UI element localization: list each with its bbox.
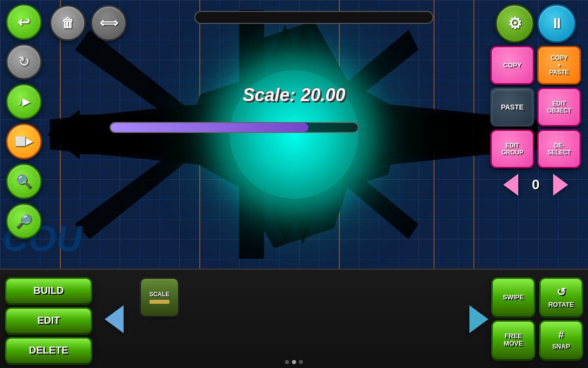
build-button[interactable]: BUILD bbox=[5, 277, 92, 303]
scale-display: Scale: 20.00 bbox=[243, 85, 345, 106]
edit-object-label: EDITOBJECT bbox=[547, 100, 572, 115]
dot-3 bbox=[299, 360, 303, 364]
edit-button[interactable]: EDIT bbox=[5, 307, 92, 333]
zoom-in-icon: 🔍 bbox=[16, 174, 32, 189]
top-toolbar: 🗑 ⟺ bbox=[50, 5, 127, 41]
bottom-nav-left-arrow[interactable] bbox=[105, 305, 124, 333]
bottom-panel: BUILD EDIT DELETE SCALE SWIPE ↺ ROTATE F… bbox=[0, 268, 588, 368]
paste-button[interactable]: PASTE bbox=[490, 88, 534, 126]
music-play-button[interactable]: ♪▶ bbox=[6, 84, 42, 120]
copy-button[interactable]: COPY bbox=[490, 46, 534, 85]
scale-btn-container: SCALE bbox=[140, 277, 179, 317]
bottom-right-buttons: SWIPE ↺ ROTATE FREEMOVE # SNAP bbox=[491, 277, 583, 359]
deselect-button[interactable]: DE-SELECT bbox=[537, 129, 581, 168]
settings-button[interactable]: ⚙ bbox=[495, 4, 534, 43]
trash-button[interactable]: 🗑 bbox=[50, 5, 86, 41]
scale-icon bbox=[149, 300, 169, 304]
rotate-label: ROTATE bbox=[548, 301, 574, 308]
top-progress-bar[interactable] bbox=[194, 11, 434, 24]
bottom-left-buttons: BUILD EDIT DELETE bbox=[5, 277, 92, 363]
copy-label: COPY bbox=[503, 61, 522, 69]
dot-1 bbox=[285, 360, 289, 364]
zoom-out-button[interactable]: 🔎 bbox=[6, 203, 42, 239]
delete-button[interactable]: DELETE bbox=[5, 337, 92, 363]
edit-group-label: EDITGROUP bbox=[501, 142, 523, 156]
zoom-out-icon: 🔎 bbox=[16, 214, 32, 229]
edit-object-button[interactable]: EDITOBJECT bbox=[537, 88, 581, 126]
nav-left-arrow[interactable] bbox=[503, 174, 518, 196]
dot-2 bbox=[292, 360, 296, 364]
scale-btn-label: SCALE bbox=[149, 291, 170, 298]
snap-button[interactable]: # SNAP bbox=[539, 320, 583, 359]
redo-button[interactable]: ↻ bbox=[6, 44, 42, 80]
paste-label: PASTE bbox=[501, 103, 524, 112]
square-play-button[interactable]: ⬜▶ bbox=[6, 123, 42, 159]
nav-number: 0 bbox=[528, 177, 543, 193]
accent-line bbox=[473, 0, 474, 269]
swap-icon: ⟺ bbox=[100, 15, 118, 31]
nav-row: 0 bbox=[503, 174, 568, 196]
group-row: EDITGROUP DE-SELECT bbox=[487, 129, 584, 168]
right-panel: ⚙ ⏸ COPY COPY+PASTE PASTE EDITOBJECT bbox=[483, 0, 588, 269]
pause-button[interactable]: ⏸ bbox=[537, 4, 576, 43]
edit-group-button[interactable]: EDITGROUP bbox=[490, 129, 534, 168]
nav-right-arrow[interactable] bbox=[553, 174, 568, 196]
zoom-in-button[interactable]: 🔍 bbox=[6, 163, 42, 199]
free-move-label: FREEMOVE bbox=[504, 332, 523, 347]
free-move-button[interactable]: FREEMOVE bbox=[491, 320, 535, 359]
copy-row: COPY COPY+PASTE bbox=[487, 46, 584, 85]
snap-icon: # bbox=[558, 329, 564, 341]
game-area: Scale: 20.00 COU ↩ ↻ ♪▶ ⬜▶ 🔍 🔎 bbox=[0, 0, 588, 269]
accent-line bbox=[434, 0, 435, 269]
square-icon: ⬜▶ bbox=[15, 136, 33, 147]
bottom-dots bbox=[285, 360, 303, 364]
music-icon: ♪▶ bbox=[17, 96, 30, 108]
undo-icon: ↩ bbox=[17, 13, 30, 31]
redo-icon: ↻ bbox=[18, 54, 29, 70]
gear-icon: ⚙ bbox=[508, 14, 522, 33]
rotate-icon: ↺ bbox=[557, 286, 566, 299]
bottom-nav-right-arrow[interactable] bbox=[469, 305, 488, 333]
copy-paste-button[interactable]: COPY+PASTE bbox=[537, 46, 581, 85]
swap-button[interactable]: ⟺ bbox=[91, 5, 127, 41]
scale-button[interactable]: SCALE bbox=[140, 277, 179, 317]
swipe-label: SWIPE bbox=[503, 293, 524, 301]
mid-bar-fill bbox=[111, 123, 308, 132]
undo-button[interactable]: ↩ bbox=[6, 4, 42, 40]
left-toolbar: ↩ ↻ ♪▶ ⬜▶ 🔍 🔎 bbox=[0, 0, 47, 269]
copy-paste-label: COPY+PASTE bbox=[549, 54, 569, 76]
trash-icon: 🗑 bbox=[61, 15, 74, 31]
deselect-label: DE-SELECT bbox=[547, 142, 571, 156]
mid-progress-bar[interactable] bbox=[110, 122, 359, 133]
paste-row: PASTE EDITOBJECT bbox=[487, 88, 584, 126]
pause-icon: ⏸ bbox=[550, 15, 564, 32]
swipe-button[interactable]: SWIPE bbox=[491, 277, 535, 316]
rotate-button[interactable]: ↺ ROTATE bbox=[539, 277, 583, 316]
right-top-row: ⚙ ⏸ bbox=[487, 4, 584, 43]
snap-label: SNAP bbox=[552, 343, 570, 350]
